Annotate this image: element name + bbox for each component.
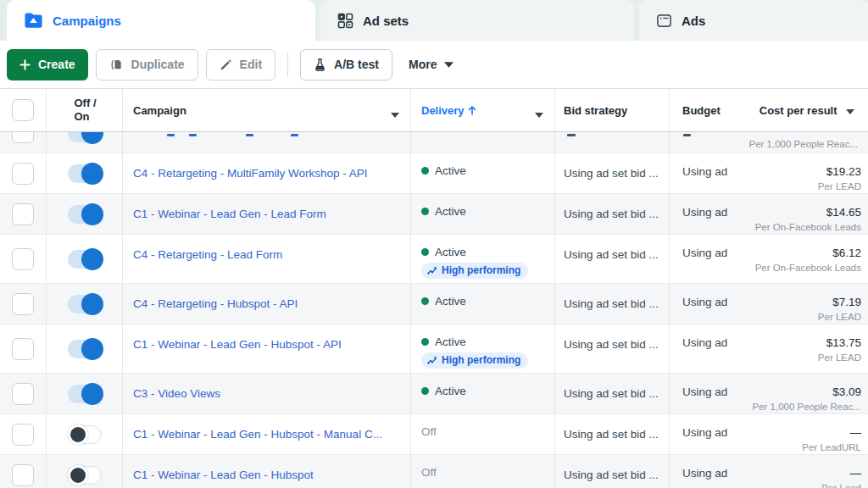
cost-per-result-subtitle: Per Lead <box>821 483 861 488</box>
table-row: C3 - Video ViewsActiveUsing ad set bid .… <box>0 374 868 414</box>
row-checkbox[interactable] <box>12 338 34 360</box>
campaign-link[interactable]: C4 - Retargeting - Hubspot - API <box>133 297 298 311</box>
tab-campaigns[interactable]: Campaigns <box>7 0 315 41</box>
more-button[interactable]: More <box>400 58 462 71</box>
row-checkbox[interactable] <box>12 248 34 270</box>
campaigns-table: Off / On Campaign Delivery <box>0 89 868 488</box>
campaign-link[interactable]: C1 - Webinar - Lead Gen - Hubspot - API <box>133 338 342 352</box>
ad-sets-grid-icon <box>337 13 353 29</box>
cost-per-result-subtitle: Per 1,000 People Reac... <box>753 402 862 412</box>
cost-per-result-value: — <box>821 467 861 480</box>
cost-per-result-subtitle: Per LEAD <box>818 312 861 322</box>
ab-test-button[interactable]: A/B test <box>300 49 392 80</box>
bid-strategy-header-label: Bid strategy <box>564 104 627 117</box>
cost-per-result-subtitle: Per On-Facebook Leads <box>755 222 861 232</box>
edit-button-label: Edit <box>240 58 262 71</box>
header-delivery-cell[interactable]: Delivery <box>411 89 555 131</box>
tab-ads-label: Ads <box>682 14 705 28</box>
delivery-status-text: Active <box>435 205 466 218</box>
duplicate-icon <box>109 58 124 72</box>
cost-per-result-value: $14.65 <box>755 206 861 219</box>
cost-per-result-header-label[interactable]: Cost per result <box>760 104 837 117</box>
table-header-row: Off / On Campaign Delivery <box>0 89 868 132</box>
row-checkbox[interactable] <box>12 163 34 185</box>
level-tabbar: Campaigns Ad sets Ads <box>0 0 868 41</box>
row-checkbox[interactable] <box>12 383 34 405</box>
campaign-link[interactable]: C1 - Webinar - Lead Gen - Hubspot <box>133 469 314 482</box>
delivery-status-text: Off <box>421 425 437 438</box>
table-row: C1 - Webinar - Lead Gen - Hubspot - Manu… <box>0 414 868 455</box>
header-campaign-cell[interactable]: Campaign <box>123 89 411 131</box>
row-checkbox[interactable] <box>12 464 34 486</box>
partial-campaign-cell <box>123 132 411 152</box>
budget-value: Using ad <box>682 165 727 193</box>
duplicate-button-label: Duplicate <box>131 58 185 71</box>
bid-strategy-value: Using ad set bid ... <box>564 208 659 220</box>
campaign-toggle[interactable] <box>68 466 102 485</box>
active-status-dot <box>421 338 429 346</box>
budget-header-label[interactable]: Budget <box>682 104 721 117</box>
edit-button[interactable]: Edit <box>206 49 275 80</box>
off-on-header-label: Off / On <box>73 97 97 124</box>
delivery-header-label: Delivery <box>421 104 465 117</box>
partial-money-cell: Per 1,000 People Reac... <box>670 132 868 152</box>
select-all-checkbox[interactable] <box>12 99 34 121</box>
edit-pencil-icon <box>220 58 232 71</box>
campaign-toggle[interactable] <box>68 132 102 142</box>
duplicate-button[interactable]: Duplicate <box>96 49 198 80</box>
actions-toolbar: Create Duplicate Edit A/B test More <box>0 41 868 89</box>
budget-value: Using ad <box>682 336 727 373</box>
row-checkbox[interactable] <box>12 203 34 225</box>
campaign-toggle[interactable] <box>68 425 102 444</box>
campaign-link[interactable]: C3 - Video Views <box>133 387 220 401</box>
campaign-link[interactable]: C1 - Webinar - Lead Gen - Lead Form <box>133 208 326 221</box>
trend-arrow-icon <box>427 266 437 275</box>
campaign-toggle[interactable] <box>68 250 102 269</box>
campaign-link[interactable]: C4 - Retargeting - MultiFamily Workshop … <box>133 167 368 180</box>
campaign-link[interactable]: C1 - Webinar - Lead Gen - Hubspot - Manu… <box>133 428 382 441</box>
tab-ad-sets[interactable]: Ad sets <box>320 0 634 41</box>
cost-per-result-subtitle: Per LeadURL <box>802 442 861 452</box>
row-checkbox[interactable] <box>12 293 34 315</box>
campaigns-folder-icon <box>24 12 43 29</box>
create-button[interactable]: Create <box>7 49 88 80</box>
partial-cost-subtitle: Per 1,000 People Reac... <box>749 139 859 149</box>
bid-strategy-value: Using ad set bid ... <box>564 469 659 481</box>
cost-per-result-value: $3.09 <box>753 385 862 398</box>
more-button-label: More <box>409 58 437 71</box>
campaign-link[interactable]: C4 - Retargeting - Lead Form <box>133 248 282 262</box>
active-status-dot <box>421 167 429 175</box>
table-row: C1 - Webinar - Lead Gen - Hubspot - APIA… <box>0 324 868 374</box>
header-budget-cost-cell: Budget Cost per result <box>670 89 868 131</box>
delivery-status-text: Active <box>435 385 466 397</box>
partial-bid-cell <box>555 132 670 152</box>
bid-strategy-value: Using ad set bid ... <box>564 248 659 261</box>
row-checkbox[interactable] <box>12 424 34 446</box>
table-row: C4 - Retargeting - MultiFamily Workshop … <box>0 153 868 194</box>
partial-row: Per 1,000 People Reac... <box>0 132 868 153</box>
cost-header-caret-icon[interactable] <box>846 104 854 117</box>
table-body: Per 1,000 People Reac... C4 - Retargetin… <box>0 132 868 488</box>
delivery-status-text: Off <box>421 466 437 479</box>
tab-ads[interactable]: Ads <box>639 0 868 41</box>
table-row: C1 - Webinar - Lead Gen - HubspotOffUsin… <box>0 455 868 488</box>
active-status-dot <box>421 208 429 215</box>
cost-per-result-value: $7.19 <box>818 296 861 308</box>
delivery-header-caret-icon[interactable] <box>535 108 543 120</box>
table-row: C1 - Webinar - Lead Gen - Lead FormActiv… <box>0 194 868 235</box>
campaign-toggle[interactable] <box>68 205 102 224</box>
row-checkbox[interactable] <box>12 132 34 143</box>
header-bid-strategy-cell[interactable]: Bid strategy <box>555 89 670 131</box>
campaign-header-caret-icon[interactable] <box>391 108 399 120</box>
budget-value: Using ad <box>682 247 727 283</box>
delivery-status-text: Active <box>435 336 466 348</box>
campaign-toggle[interactable] <box>68 340 102 358</box>
campaign-toggle[interactable] <box>68 164 102 183</box>
bid-strategy-value: Using ad set bid ... <box>564 338 659 351</box>
plus-icon <box>19 59 31 70</box>
ads-window-icon <box>656 13 672 29</box>
trend-arrow-icon <box>427 356 437 365</box>
campaign-toggle[interactable] <box>68 385 102 403</box>
campaign-toggle[interactable] <box>68 295 102 313</box>
budget-value: Using ad <box>682 385 727 413</box>
